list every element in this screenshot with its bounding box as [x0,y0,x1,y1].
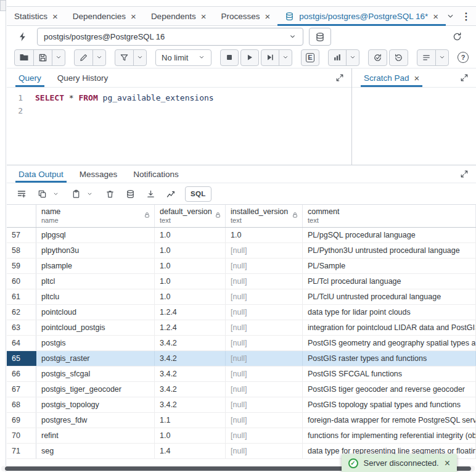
table-row[interactable]: 59 plsample 1.0 [null] PL/Sample [7,259,476,274]
cell-name[interactable]: postgis_raster [36,351,155,366]
cell-comment[interactable]: PL/TclU untrusted procedural language [303,289,476,304]
table-row[interactable]: 67 postgis_tiger_geocoder 3.4.2 [null] P… [7,382,476,397]
commit-button[interactable] [368,49,387,66]
cell-installed-version[interactable]: [null] [226,274,303,289]
row-number[interactable]: 69 [7,413,36,428]
execute-button[interactable] [240,49,259,66]
tab-dependents[interactable]: Dependents × [144,7,214,25]
cell-default-version[interactable]: 3.4.2 [155,366,226,381]
kebab-menu-icon[interactable]: ⋮ [461,10,471,22]
column-header-default-version[interactable]: default_version text [155,205,226,227]
tab-notifications[interactable]: Notifications [125,165,187,183]
table-row[interactable]: 62 pointcloud 1.2.4 [null] data type for… [7,305,476,320]
scratch-pad-textarea[interactable] [352,88,476,165]
cell-default-version[interactable]: 3.4.2 [155,336,226,350]
cell-name[interactable]: refint [36,428,155,443]
show-sql-button[interactable]: SQL [185,186,211,202]
copy-options-chevron[interactable] [49,186,62,201]
cell-comment[interactable]: PL/Sample [303,259,476,273]
cell-comment[interactable]: PL/pgSQL procedural language [303,228,476,242]
row-number-header[interactable] [7,205,36,227]
cell-installed-version[interactable]: [null] [226,366,303,381]
row-number[interactable]: 71 [7,444,36,458]
close-icon[interactable]: × [265,12,270,21]
cell-name[interactable]: pointcloud_postgis [36,320,155,335]
table-row[interactable]: 61 pltclu 1.0 [null] PL/TclU untrusted p… [7,289,476,305]
table-row[interactable]: 64 postgis 3.4.2 [null] PostGIS geometry… [7,336,476,351]
macros-button[interactable] [417,49,436,66]
cell-comment[interactable]: data type for lidar point clouds [303,305,476,320]
close-icon[interactable]: × [131,12,136,21]
edit-button[interactable] [74,49,93,66]
cell-default-version[interactable]: 1.1 [155,413,226,428]
cell-installed-version[interactable]: [null] [226,305,303,320]
open-file-button[interactable] [14,49,34,66]
cell-comment[interactable]: integration for pointcloud LIDAR data an… [303,320,476,335]
cell-default-version[interactable]: 1.0 [155,274,226,289]
paste-button[interactable] [70,186,82,201]
execute-options-button[interactable] [261,49,279,66]
cell-name[interactable]: postgis_tiger_geocoder [36,382,155,397]
cell-default-version[interactable]: 1.2.4 [155,320,226,335]
cell-name[interactable]: pltcl [36,274,155,289]
tab-query-tool[interactable]: postgis/postgres@PostgreSQL 16* × [277,7,446,25]
save-data-button[interactable] [124,186,136,201]
cell-comment[interactable]: PL/Python3U untrusted procedural languag… [303,243,476,258]
cell-name[interactable]: postgis_sfcgal [36,366,155,381]
cell-name[interactable]: postgis_topology [36,397,155,412]
cancel-query-button[interactable] [220,49,239,66]
cell-installed-version[interactable]: [null] [226,444,303,458]
copy-button[interactable] [36,186,48,201]
cell-default-version[interactable]: 1.0 [155,243,226,258]
row-number[interactable]: 64 [7,336,36,350]
close-icon[interactable]: × [445,458,450,468]
row-number[interactable]: 70 [7,428,36,443]
cell-installed-version[interactable]: [null] [226,289,303,304]
table-row[interactable]: 65 postgis_raster 3.4.2 [null] PostGIS r… [7,351,476,366]
cell-name[interactable]: plsample [36,259,155,273]
table-row[interactable]: 68 postgis_topology 3.4.2 [null] PostGIS… [7,397,476,413]
table-row[interactable]: 57 plpgsql 1.0 1.0 PL/pgSQL procedural l… [7,228,476,243]
cell-comment[interactable]: PostGIS SFCGAL functions [303,366,476,381]
cell-name[interactable]: pltclu [36,289,155,304]
cell-installed-version[interactable]: [null] [226,413,303,428]
tab-statistics[interactable]: Statistics × [7,7,65,25]
cell-comment[interactable]: PL/Tcl procedural language [303,274,476,289]
tab-data-output[interactable]: Data Output [10,165,72,183]
explain-analyze-button[interactable] [328,49,347,66]
graph-visualiser-button[interactable] [165,186,177,201]
sql-editor[interactable]: 1 2 SELECT * FROM pg_available_extension… [7,88,351,165]
cell-installed-version[interactable]: [null] [226,336,303,350]
table-row[interactable]: 58 plpython3u 1.0 [null] PL/Python3U unt… [7,243,476,259]
cell-installed-version[interactable]: [null] [226,320,303,335]
expand-icon[interactable] [335,73,344,82]
row-number[interactable]: 61 [7,289,36,304]
cell-default-version[interactable]: 1.0 [155,228,226,242]
row-limit-select[interactable]: No limit [155,49,211,66]
refresh-layout-icon[interactable] [452,31,462,42]
close-icon[interactable]: × [201,12,207,21]
new-connection-button[interactable] [309,28,331,46]
cell-name[interactable]: postgres_fdw [36,413,155,428]
table-row[interactable]: 70 refint 1.0 [null] functions for imple… [7,428,476,444]
row-number[interactable]: 60 [7,274,36,289]
column-header-comment[interactable]: comment text [303,205,476,227]
close-icon[interactable]: × [433,12,438,21]
cell-comment[interactable]: PostGIS raster types and functions [303,351,476,366]
row-number[interactable]: 63 [7,320,36,335]
row-number[interactable]: 68 [7,397,36,412]
close-icon[interactable]: × [52,12,58,21]
expand-icon[interactable] [460,73,469,82]
column-header-installed-version[interactable]: installed_version text [226,205,303,227]
tab-query-history[interactable]: Query History [49,68,117,87]
cell-name[interactable]: postgis [36,336,155,350]
connection-select[interactable]: postgis/postgres@PostgreSQL 16 [37,28,303,46]
table-row[interactable]: 66 postgis_sfcgal 3.4.2 [null] PostGIS S… [7,366,476,382]
paste-options-chevron[interactable] [83,186,96,201]
cell-default-version[interactable]: 3.4.2 [155,397,226,412]
cell-comment[interactable]: functions for implementing referential i… [303,428,476,443]
column-header-name[interactable]: name name [36,205,155,227]
edit-options-chevron[interactable] [92,49,106,66]
row-number[interactable]: 57 [7,228,36,242]
cell-installed-version[interactable]: 1.0 [226,228,303,242]
